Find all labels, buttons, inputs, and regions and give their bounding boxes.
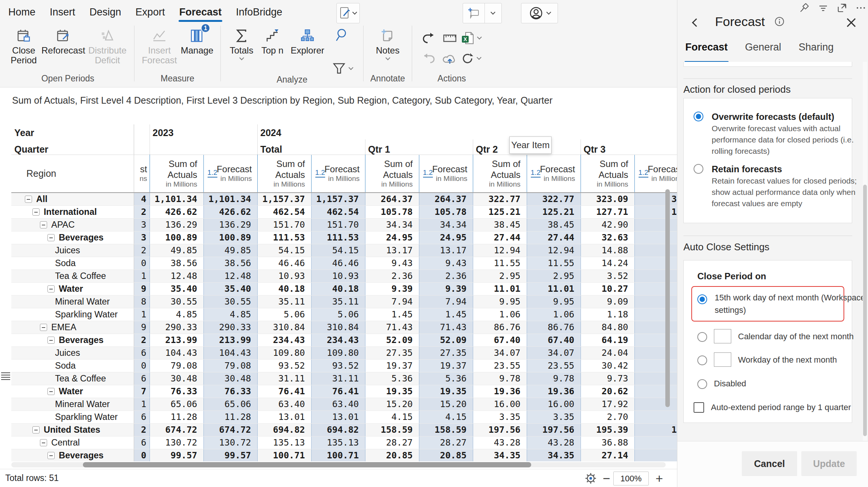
forecast-cell[interactable]: 1.45 — [419, 308, 473, 321]
forecast-cell[interactable]: 67.40 — [527, 334, 581, 346]
expand-icon[interactable] — [837, 3, 847, 13]
forecast-cell[interactable]: 7.94 — [419, 295, 473, 308]
actuals-cell[interactable]: 1,157.37 — [257, 193, 311, 206]
actuals-cell[interactable]: 20.85 — [365, 449, 419, 461]
actuals-cell[interactable]: 105.78 — [365, 205, 419, 218]
table-row[interactable]: Juices249.8549.8554.1554.1513.1713.1712.… — [11, 244, 677, 257]
actuals-cell[interactable]: 93.52 — [257, 359, 311, 372]
collapse-icon[interactable] — [32, 426, 40, 433]
disabled-option[interactable]: Disabled — [684, 377, 852, 390]
top-n-button[interactable]: Top n — [258, 26, 287, 55]
forecast-column-header[interactable]: 1.2Forecastin Millions — [419, 155, 473, 193]
actuals-cell[interactable]: 30.48 — [150, 372, 203, 385]
actuals-cell[interactable]: 10.27 — [581, 282, 634, 295]
year-axis-label[interactable]: Year — [14, 127, 34, 138]
forecast-cell[interactable]: 322.77 — [527, 193, 581, 206]
forecast-cell[interactable]: 4 — [634, 218, 677, 231]
notes-button[interactable]: Notes — [370, 26, 406, 60]
actuals-cell[interactable]: 694.82 — [257, 423, 311, 436]
grid-horizontal-scrollbar[interactable] — [11, 462, 666, 467]
cancel-button[interactable]: Cancel — [742, 451, 797, 476]
actuals-cell[interactable]: 158.59 — [365, 423, 419, 436]
forecast-cell[interactable]: 99.57 — [203, 449, 257, 461]
forecast-cell[interactable]: 63.40 — [311, 398, 365, 410]
actuals-cell[interactable]: 426.62 — [150, 205, 203, 218]
collapse-icon[interactable] — [40, 439, 47, 446]
collapse-icon[interactable] — [32, 208, 40, 216]
actuals-cell[interactable]: 38.45 — [473, 218, 527, 231]
actuals-cell[interactable]: 674.72 — [150, 423, 203, 436]
table-row[interactable]: Juices6104.43104.43109.80109.8027.3527.3… — [11, 346, 677, 359]
table-row[interactable]: United States2674.72674.72694.82694.8215… — [11, 423, 677, 436]
actuals-cell[interactable]: 32.63 — [581, 231, 634, 244]
forecast-cell[interactable]: 86.76 — [527, 321, 581, 334]
cloud-upload-icon[interactable] — [443, 52, 457, 64]
chevron-down-icon[interactable] — [348, 65, 353, 70]
actuals-cell[interactable]: 197.56 — [473, 423, 527, 436]
add-comment-button[interactable] — [463, 3, 502, 23]
forecast-cell[interactable]: 19.36 — [527, 385, 581, 398]
forecast-cell[interactable]: 136.29 — [203, 218, 257, 231]
forecast-cell[interactable]: 9.39 — [419, 282, 473, 295]
forecast-column-header[interactable]: 1.2Forecastin Millions — [634, 155, 677, 193]
explorer-button[interactable]: Explorer — [289, 26, 326, 55]
collapse-icon[interactable] — [40, 324, 47, 331]
actuals-cell[interactable]: 79.08 — [150, 359, 203, 372]
actuals-cell[interactable]: 17.92 — [581, 398, 634, 410]
forecast-cell[interactable]: 79.08 — [203, 359, 257, 372]
forecast-cell[interactable]: 3.35 — [527, 410, 581, 423]
forecast-column-header[interactable]: 1.2Forecastin Millions — [203, 155, 257, 193]
quarter-1-header[interactable]: Qtr 1 — [368, 144, 390, 155]
tab-home[interactable]: Home — [8, 6, 35, 18]
forecast-cell[interactable]: 20.85 — [419, 449, 473, 461]
info-icon[interactable] — [775, 17, 784, 26]
calendar-day-input[interactable] — [714, 329, 731, 343]
actuals-cell[interactable]: 12.48 — [150, 270, 203, 282]
forecast-cell[interactable]: 213.99 — [203, 334, 257, 346]
overwrite-forecasts-option[interactable]: Overwrite forecasts (default) Overwrite … — [694, 110, 844, 157]
forecast-cell[interactable]: 3 — [634, 231, 677, 244]
actuals-cell[interactable]: 64.19 — [581, 334, 634, 346]
tab-forecast[interactable]: Forecast — [179, 6, 222, 18]
forecast-cell[interactable]: 310.84 — [311, 321, 365, 334]
actuals-cell[interactable]: 40.18 — [257, 282, 311, 295]
forecast-cell[interactable] — [634, 410, 677, 423]
forecast-cell[interactable]: 35.40 — [203, 282, 257, 295]
quarter-3-header[interactable]: Qtr 3 — [584, 144, 605, 155]
collapse-icon[interactable] — [47, 285, 55, 293]
actuals-cell[interactable]: 100.71 — [257, 449, 311, 461]
actuals-cell[interactable]: 23.55 — [473, 359, 527, 372]
export-excel-button[interactable]: X — [461, 31, 481, 45]
actuals-cell[interactable]: 4.15 — [365, 410, 419, 423]
year-2024-header[interactable]: 2024 — [260, 127, 281, 138]
calendar-day-option[interactable]: Calendar day of the next month — [684, 329, 852, 343]
actuals-cell[interactable]: 84.80 — [581, 321, 634, 334]
panel-scrollbar-thumb[interactable] — [863, 185, 867, 436]
forecast-cell[interactable]: 46.46 — [311, 257, 365, 270]
forecast-cell[interactable]: 16.00 — [527, 398, 581, 410]
actuals-cell[interactable]: 310.84 — [257, 321, 311, 334]
actuals-cell[interactable]: 42.90 — [581, 218, 634, 231]
collapse-icon[interactable] — [47, 234, 55, 241]
forecast-cell[interactable]: 1 — [634, 244, 677, 257]
radio-icon[interactable] — [697, 332, 707, 342]
actuals-cell[interactable]: 127.71 — [581, 205, 634, 218]
actuals-cell[interactable]: 15.20 — [365, 398, 419, 410]
forecast-cell[interactable]: 13.01 — [311, 410, 365, 423]
zoom-in-button[interactable]: + — [654, 471, 665, 486]
insert-forecast-button[interactable]: Insert Forecast — [141, 26, 178, 65]
table-row[interactable]: Mineral Water830.5530.5535.1135.117.947.… — [11, 295, 677, 308]
forecast-cell[interactable]: 426.62 — [203, 205, 257, 218]
forecast-cell[interactable]: 12.94 — [527, 244, 581, 257]
forecast-cell[interactable]: 3 — [634, 359, 677, 372]
edit-mode-button[interactable] — [336, 3, 360, 23]
actuals-cell[interactable]: 35.11 — [257, 295, 311, 308]
forecast-cell[interactable]: 104.43 — [203, 346, 257, 359]
quarter-2-header[interactable]: Qtr 2 — [476, 144, 498, 155]
actuals-cell[interactable]: 322.77 — [473, 193, 527, 206]
forecast-cell[interactable]: 49.85 — [203, 244, 257, 257]
actuals-cell[interactable]: 19.37 — [365, 359, 419, 372]
table-row[interactable]: Sparkling Water14.854.855.065.061.451.45… — [11, 308, 677, 321]
actuals-cell[interactable]: 31.11 — [257, 372, 311, 385]
actuals-cell[interactable]: 151.70 — [257, 218, 311, 231]
